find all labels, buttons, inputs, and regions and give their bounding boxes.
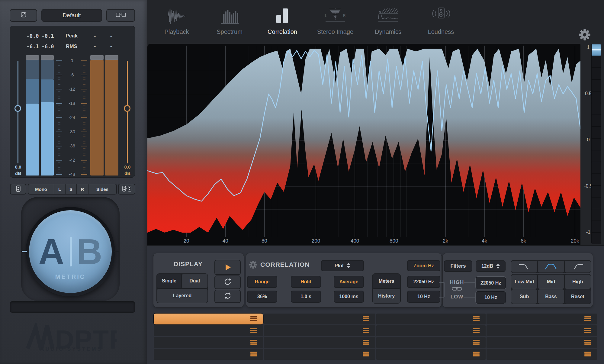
fader-b-track[interactable] (127, 61, 128, 163)
drag-handle-icon[interactable] (584, 340, 591, 345)
monitor-single-button[interactable] (10, 184, 26, 195)
tab-correlation[interactable]: Correlation (260, 4, 305, 41)
drag-handle-icon[interactable] (473, 316, 480, 322)
range-value-field[interactable]: 36% (247, 291, 277, 303)
tab-playback[interactable]: Playback (154, 4, 199, 41)
zoom-hz-button[interactable]: Zoom Hz (407, 260, 440, 271)
drag-handle-icon[interactable] (363, 328, 369, 333)
drag-handle-bar (363, 355, 369, 356)
filter-shape-group (511, 260, 591, 273)
band-high-button[interactable]: High (565, 275, 591, 289)
play-button[interactable] (214, 260, 241, 275)
channel-sides-button[interactable]: Sides (88, 184, 116, 194)
snapshot-slot[interactable] (487, 337, 597, 348)
drag-handle-icon[interactable] (250, 316, 257, 322)
correlation-settings-icon-wrap[interactable] (249, 260, 257, 270)
snapshot-slot[interactable] (264, 337, 375, 348)
average-button[interactable]: Average (334, 276, 364, 288)
display-single-button[interactable]: Single (157, 274, 181, 288)
snapshot-slot[interactable] (264, 314, 375, 324)
zoom-high-field[interactable]: 22050 Hz (407, 276, 440, 288)
hold-button[interactable]: Hold (291, 276, 321, 288)
snapshot-slot[interactable] (487, 314, 597, 324)
slope-select[interactable]: 12dB (476, 260, 506, 272)
meter-a-left-mid (26, 79, 39, 104)
drag-handle-icon[interactable] (473, 340, 480, 345)
ab-knob[interactable]: A B (29, 210, 112, 293)
lowpass-filter-button[interactable] (511, 261, 537, 272)
snapshot-slot[interactable] (154, 325, 263, 336)
meters-view-button[interactable]: Meters (373, 274, 400, 288)
bandpass-filter-button[interactable] (538, 261, 564, 272)
crossfade-strip[interactable] (10, 301, 135, 313)
zoom-low-field[interactable]: 10 Hz (407, 291, 440, 303)
drag-handle-icon[interactable] (584, 352, 591, 357)
drag-handle-icon[interactable] (250, 328, 257, 333)
drag-handle-icon[interactable] (584, 316, 591, 322)
drag-handle-bar (363, 330, 369, 331)
display-dual-button[interactable]: Dual (182, 274, 207, 288)
range-button[interactable]: Range (247, 276, 277, 288)
plot-mode-select[interactable]: Plot (321, 260, 364, 271)
filter-low-field[interactable]: 10 Hz (476, 291, 506, 304)
channel-left-button[interactable]: L (54, 184, 66, 194)
band-sub-button[interactable]: Sub (511, 289, 537, 304)
snapshot-slot[interactable] (154, 337, 263, 348)
channel-right-button[interactable]: R (77, 184, 88, 194)
monitor-dual-button[interactable] (118, 184, 135, 195)
preset-select[interactable]: Default (41, 9, 102, 22)
high-label: HIGH (449, 279, 464, 285)
tab-spectrum[interactable]: Spectrum (207, 4, 252, 41)
fader-a-handle[interactable] (14, 105, 21, 112)
snapshot-slot[interactable] (376, 314, 486, 324)
channel-mono-button[interactable]: Mono (28, 184, 54, 194)
filter-high-field[interactable]: 22050 Hz (476, 277, 506, 289)
tab-dynamics[interactable]: Dynamics (365, 4, 411, 41)
channel-solo-button[interactable]: S (66, 184, 77, 194)
snapshot-slot[interactable] (376, 325, 486, 336)
drag-handle-icon[interactable] (363, 352, 369, 357)
drag-handle-icon[interactable] (250, 340, 257, 345)
settings-button[interactable] (579, 29, 592, 42)
snapshot-slot[interactable] (487, 325, 597, 336)
drag-handle-icon[interactable] (473, 328, 480, 333)
correlation-meter-segment (592, 80, 601, 91)
drag-handle-bar (584, 328, 591, 329)
resize-button[interactable] (10, 9, 37, 22)
display-layered-button[interactable]: Layered (157, 289, 207, 303)
band-lowmid-button[interactable]: Low Mid (511, 275, 537, 289)
band-reset-button[interactable]: Reset (565, 289, 591, 304)
tab-stereo-image[interactable]: L R Stereo Image (313, 4, 358, 41)
link-icon[interactable] (451, 286, 462, 293)
snapshot-slot[interactable] (154, 314, 263, 324)
drag-handle-bar (584, 342, 591, 343)
snapshot-slot[interactable] (264, 325, 375, 336)
tab-loudness[interactable]: Loudness (418, 4, 464, 41)
hold-value-field[interactable]: 1.0 s (291, 291, 321, 303)
drag-handle-icon[interactable] (584, 328, 591, 333)
preset-label: Default (63, 12, 81, 19)
bandpass-curve-icon (545, 262, 557, 271)
history-view-button[interactable]: History (373, 289, 400, 303)
fader-b-handle[interactable] (124, 105, 130, 112)
snapshot-slot[interactable] (376, 349, 486, 360)
highpass-filter-button[interactable] (565, 261, 591, 272)
snapshot-slot[interactable] (154, 349, 263, 360)
drag-handle-icon[interactable] (473, 352, 480, 357)
band-bass-button[interactable]: Bass (538, 289, 564, 304)
band-mid-button[interactable]: Mid (538, 275, 564, 289)
correlation-meter-segment (592, 68, 601, 79)
snapshot-slot[interactable] (487, 349, 597, 360)
drag-handle-icon[interactable] (363, 340, 369, 345)
sync-button[interactable] (214, 290, 241, 303)
filters-button[interactable]: Filters (444, 260, 472, 272)
snapshot-slot[interactable] (264, 349, 375, 360)
snapshot-slot[interactable] (376, 337, 486, 348)
drag-handle-icon[interactable] (250, 352, 257, 357)
window-layout-button[interactable] (106, 9, 135, 22)
restart-button[interactable] (214, 275, 241, 289)
fader-a-track[interactable] (18, 61, 18, 163)
correlation-plot[interactable]: 2040802004008002k4k8k20k (147, 44, 580, 245)
average-value-field[interactable]: 1000 ms (334, 291, 364, 303)
drag-handle-icon[interactable] (363, 316, 369, 322)
